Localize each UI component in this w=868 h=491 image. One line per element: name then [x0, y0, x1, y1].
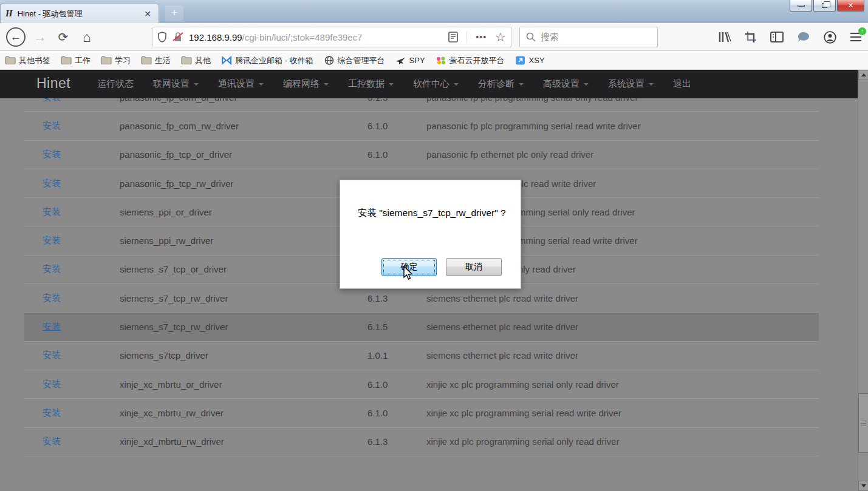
reload-button[interactable]: ⟳: [52, 23, 74, 51]
nav-item-通讯设置[interactable]: 通讯设置: [218, 78, 264, 90]
nav-item-高级设置[interactable]: 高级设置: [543, 78, 589, 90]
nav-item-联网设置[interactable]: 联网设置: [153, 78, 199, 90]
table-row: 安装siemens_s7_tcp_rw_driver6.1.5siemens e…: [24, 313, 819, 341]
bookmark-item[interactable]: 生活: [141, 55, 171, 66]
table-row: 安装xinje_xd_mbrtu_rw_driver6.1.3xinjie xd…: [24, 428, 819, 456]
bookmark-star-icon[interactable]: ☆: [495, 30, 506, 44]
bookmark-item[interactable]: 萤石云开放平台: [436, 55, 505, 66]
driver-version: 6.1.3: [367, 293, 426, 303]
nav-item-软件中心[interactable]: 软件中心: [413, 78, 459, 90]
page-actions-icon[interactable]: •••: [476, 32, 487, 42]
driver-version: 6.1.0: [367, 149, 426, 160]
bookmark-item[interactable]: XSY: [515, 56, 545, 65]
mouse-cursor: [402, 266, 414, 280]
bookmark-item[interactable]: 综合管理平台: [324, 55, 385, 66]
scrollbar-grip-icon: [861, 421, 866, 425]
url-bar[interactable]: 192.168.9.99/cgi-bin/luci/;stok=489fe39e…: [152, 27, 511, 47]
install-link[interactable]: 安装: [43, 263, 120, 275]
bookmark-item[interactable]: 其他书签: [5, 55, 50, 66]
minimize-button[interactable]: [790, 0, 812, 12]
install-link[interactable]: 安装: [43, 321, 120, 333]
browser-tab[interactable]: H Hinet - 驱动包管理 ✕: [0, 4, 159, 23]
tab-close-icon[interactable]: ✕: [142, 8, 154, 20]
driver-name: panasonic_fp_tcp_or_driver: [120, 149, 367, 160]
bookmark-label: 萤石云开放平台: [449, 55, 505, 66]
install-link[interactable]: 安装: [43, 235, 120, 246]
nav-item-系统设置[interactable]: 系统设置: [608, 78, 654, 90]
nav-item-运行状态[interactable]: 运行状态: [97, 78, 134, 90]
shield-icon: [157, 32, 167, 42]
folder-icon: [101, 56, 112, 65]
chevron-down-icon: [649, 83, 654, 86]
bookmark-label: 其他: [195, 55, 211, 66]
install-link[interactable]: 安装: [43, 206, 120, 218]
nav-item-label: 通讯设置: [218, 78, 255, 90]
install-link[interactable]: 安装: [43, 436, 120, 447]
nav-item-工控数据[interactable]: 工控数据: [348, 78, 394, 90]
install-link[interactable]: 安装: [43, 178, 120, 189]
menu-button[interactable]: ↑: [850, 32, 862, 42]
driver-name: siemens_s7_tcp_or_driver: [120, 264, 367, 274]
search-box[interactable]: 搜索: [519, 27, 658, 47]
scroll-down-button[interactable]: [858, 481, 868, 491]
scroll-up-icon: [861, 73, 866, 76]
home-button[interactable]: ⌂: [75, 23, 98, 51]
driver-name: siemens_s7_tcp_rw_driver: [120, 322, 367, 332]
divider: [466, 31, 467, 43]
bookmark-label: SPY: [409, 56, 425, 65]
nav-item-label: 联网设置: [153, 78, 190, 90]
screenshot-button[interactable]: [745, 31, 757, 43]
install-link[interactable]: 安装: [43, 350, 120, 361]
nav-item-分析诊断[interactable]: 分析诊断: [478, 78, 524, 90]
install-link[interactable]: 安装: [43, 379, 120, 390]
sidebar-button[interactable]: [770, 32, 784, 42]
tab-title: Hinet - 驱动包管理: [18, 8, 142, 19]
driver-name: panasonic_fp_com_rw_driver: [120, 121, 367, 131]
chevron-down-icon: [584, 83, 589, 86]
bookmark-item[interactable]: SPY: [395, 56, 425, 65]
blue-arrow-icon: [515, 56, 526, 65]
cancel-button[interactable]: 取消: [446, 258, 502, 276]
driver-name: siemens_ppi_rw_driver: [120, 235, 367, 246]
reader-view-icon[interactable]: [448, 32, 458, 42]
driver-description: xinjie xd plc programming serial only re…: [426, 436, 819, 447]
install-link[interactable]: 安装: [43, 407, 120, 419]
crop-icon: [745, 31, 757, 43]
nav-item-退出[interactable]: 退出: [673, 78, 691, 90]
driver-name: siemens_s7tcp_driver: [120, 350, 367, 361]
nav-item-编程网络[interactable]: 编程网络: [283, 78, 329, 90]
browser-toolbar: ← → ⟳ ⌂ 192.168.9.99/cgi-bin/luci/;stok=…: [0, 23, 868, 51]
bookmark-item[interactable]: 工作: [61, 55, 91, 66]
folder-icon: [61, 56, 72, 65]
bookmark-item[interactable]: 其他: [181, 55, 211, 66]
forward-button[interactable]: →: [29, 23, 51, 51]
scroll-up-button[interactable]: [858, 70, 868, 80]
site-brand[interactable]: Hinet: [36, 75, 70, 92]
nav-item-label: 编程网络: [283, 78, 320, 90]
back-button[interactable]: ←: [4, 23, 28, 51]
chat-extension-button[interactable]: [797, 32, 810, 43]
page-scrollbar[interactable]: [858, 70, 868, 491]
url-host: 192.168.9.99: [189, 32, 242, 42]
table-row: 安装panasonic_fp_tcp_or_driver6.1.0panason…: [24, 141, 819, 169]
account-button[interactable]: [824, 31, 836, 44]
driver-version: 1.0.1: [367, 350, 426, 361]
restore-button[interactable]: [813, 0, 836, 12]
new-tab-button[interactable]: +: [165, 5, 183, 21]
scrollbar-thumb[interactable]: [858, 393, 868, 453]
folder-icon: [181, 56, 192, 65]
library-icon: [718, 31, 731, 43]
url-text[interactable]: 192.168.9.99/cgi-bin/luci/;stok=489fe39e…: [189, 32, 448, 42]
install-link[interactable]: 安装: [43, 120, 120, 132]
update-badge-icon: ↑: [858, 27, 866, 35]
driver-version: 6.1.0: [367, 121, 426, 131]
table-row: 安装xinje_xc_mbrtu_rw_driver6.1.0xinjie xc…: [24, 399, 819, 427]
minimize-icon: [798, 5, 805, 7]
install-link[interactable]: 安装: [43, 149, 120, 160]
library-button[interactable]: [718, 31, 731, 43]
close-button[interactable]: ✕: [837, 0, 864, 12]
driver-description: xinjie xc plc programming serial only re…: [426, 379, 819, 390]
bookmark-item[interactable]: 学习: [101, 55, 131, 66]
bookmark-item[interactable]: 腾讯企业邮箱 - 收件箱: [221, 55, 313, 66]
install-link[interactable]: 安装: [43, 293, 120, 304]
